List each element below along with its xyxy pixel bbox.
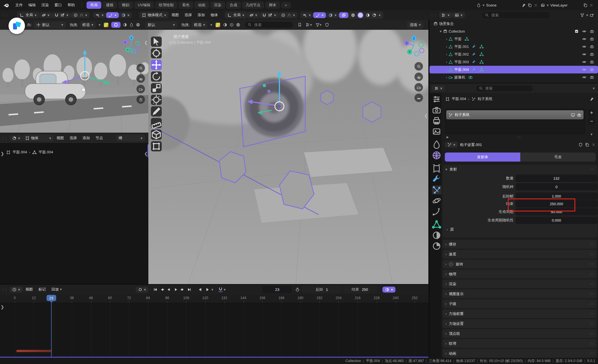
workspace-tab-脚本[interactable]: 脚本 [265,1,280,9]
workspace-tab-着色[interactable]: 着色 [178,1,193,9]
camera-toggle-icon[interactable] [590,67,594,72]
properties-tab-texture[interactable] [432,242,441,251]
tool-add-mesh-interactive-button[interactable] [151,141,162,151]
outliner-row-平面.003[interactable]: ›平面.003 [429,58,598,66]
properties-options-icon[interactable]: ▾ [593,86,595,90]
node-editor[interactable]: ⋮⋮ ▾ 物体▾ 视图选择添加节点 槽▾ 平面.004 › 平面.004 ❯ ❮ [0,133,148,284]
panel-缓存[interactable]: ›缓存:::: [443,240,597,249]
auto-keying-toggle[interactable]: ▾ [136,287,149,293]
add-slot-button[interactable] [588,109,595,116]
tool-transform-button[interactable] [151,95,162,105]
list-resize-handle[interactable]: :::: [517,136,521,139]
scene-collection-row[interactable]: 场景集合 [429,20,598,27]
breadcrumb-data[interactable]: 平面.004 [39,150,53,155]
filter-icon[interactable] [580,13,584,17]
render-visibility-icon[interactable] [577,113,581,117]
globe-icon[interactable] [236,23,240,27]
tool-measure-button[interactable] [151,118,162,128]
id-type-dropdown[interactable]: ▾ [445,142,458,148]
frame-forward-button[interactable] [204,286,211,293]
field-生命周期随机性[interactable]: 0.000 [515,217,597,224]
options-dropdown[interactable]: 选项▾ [407,22,423,28]
main-viewport-canvas[interactable]: 用户透视 (23) Collection | 平面.004 ZXY ❮ [148,30,428,284]
slot-dropdown[interactable]: 槽▾ [116,135,145,141]
duplicate-id-icon[interactable] [585,143,589,147]
panel-物理[interactable]: ›物理:::: [443,270,597,278]
panel-纹理[interactable]: ›纹理:::: [443,339,597,348]
rendered-shading-icon[interactable] [372,13,376,17]
drag-handle-icon[interactable]: ⋮⋮ [2,288,8,291]
particle-system-slot[interactable]: 粒子系统 [446,110,584,119]
workspace-tab-建模[interactable]: 建模 [102,1,117,9]
gradient-swatch-icon[interactable] [216,23,220,27]
orientation-preset-dropdown[interactable]: 默认▾ [34,22,66,28]
breadcrumb-object[interactable]: 平面.004 [12,150,27,155]
panel-速度[interactable]: ›速度:::: [443,250,597,259]
drag-mode-dropdown[interactable]: 框选▾ [80,22,96,28]
properties-tab-scene[interactable] [432,140,441,149]
step-options-icon[interactable]: ▾ [211,287,213,292]
outliner-mode-dropdown[interactable]: ▾ [452,12,465,18]
topbar-menu-编辑[interactable]: 编辑 [26,2,39,9]
xray-toggle[interactable] [339,12,348,18]
shading-chevron-icon[interactable]: ▾ [379,13,381,17]
workspace-tab-合成[interactable]: 合成 [226,1,241,9]
new-collection-icon[interactable] [590,13,594,17]
viewport-menu-视图[interactable]: 视图 [169,12,182,18]
outliner-row-Collection[interactable]: ▾Collection [429,27,598,35]
field-起始帧[interactable]: 1.000 [515,192,597,200]
unlink-id-icon[interactable] [591,143,596,147]
snap-dropdown[interactable]: ▾ [260,12,279,18]
outliner-search-input[interactable] [491,13,547,18]
pivot-left-dropdown[interactable]: ▾ [39,12,52,18]
drag-handle-icon[interactable]: ⋮⋮ [2,14,9,17]
properties-tab-object[interactable] [432,164,441,173]
frame-end-field[interactable]: 结束 250 [343,286,377,293]
expand-chevron-icon[interactable]: ▾ [210,23,212,27]
navigation-gizmo[interactable]: ZXY [403,35,425,56]
fake-user-icon[interactable] [578,143,583,147]
properties-tab-object-data[interactable] [432,220,441,229]
properties-tab-render[interactable] [432,105,441,115]
eye-toggle-icon[interactable] [582,29,586,33]
sphere-falloff-icon[interactable] [123,23,127,27]
topbar-menu-窗口[interactable]: 窗口 [52,2,65,9]
properties-search-input[interactable] [485,86,530,91]
viewport-menu-物体[interactable]: 物体 [208,12,221,18]
node-context-dropdown[interactable]: 物体▾ [23,135,54,141]
properties-tab-constraints[interactable] [432,207,441,216]
field-随机种[interactable]: 0 [515,183,597,191]
next-keyframe-button[interactable] [179,286,186,293]
panel-动画[interactable]: ›动画:::: [443,349,597,358]
overlays-toggle[interactable]: ▾ [326,12,339,18]
copy-scene-icon[interactable] [528,3,532,7]
editor-type-dropdown[interactable]: ▾ [10,135,23,141]
drag-handle-icon[interactable]: ⋮⋮ [2,137,8,140]
filter-chevron-icon[interactable]: ▾ [586,13,588,17]
pivot-dropdown[interactable]: ▾ [247,12,260,18]
gizmo-toggle-left[interactable]: ▾ [106,12,119,18]
region-expand-icon[interactable]: ❯ [1,304,4,310]
eye-toggle-icon[interactable] [582,67,586,72]
outliner-row-平面.002[interactable]: ›平面.002 [429,50,598,58]
properties-tab-physics[interactable] [432,196,441,205]
camera-toggle-icon[interactable] [590,60,594,64]
drag-handle-icon[interactable]: ⋮⋮ [431,14,437,17]
toolbar-search-input[interactable] [254,22,290,27]
panel-子级[interactable]: ›子级:::: [443,299,597,308]
field-结束[interactable]: 250.000 [515,200,597,208]
prev-keyframe-button[interactable] [159,286,165,293]
timeline-menu-回放[interactable]: 回放 ▾ [49,286,65,293]
external-app-badge[interactable] [9,18,25,34]
properties-tab-output[interactable] [432,116,441,125]
properties-tab-view-layer[interactable] [432,127,441,136]
timeline-menu-视图[interactable]: 视图 [23,286,36,293]
snap-options-icon[interactable]: ▾ [224,287,226,292]
panel-旋转[interactable]: ›旋转:::: [443,260,597,268]
workspace-tab-纹理绘制[interactable]: 纹理绘制 [155,1,177,9]
camera-view-button[interactable] [136,85,145,93]
workspace-tab-+[interactable]: + [281,2,291,9]
droplet-falloff-icon[interactable] [129,23,134,27]
region-collapse-icon[interactable]: ❮ [424,113,428,118]
panel-顶点组[interactable]: ›顶点组:::: [443,329,597,338]
